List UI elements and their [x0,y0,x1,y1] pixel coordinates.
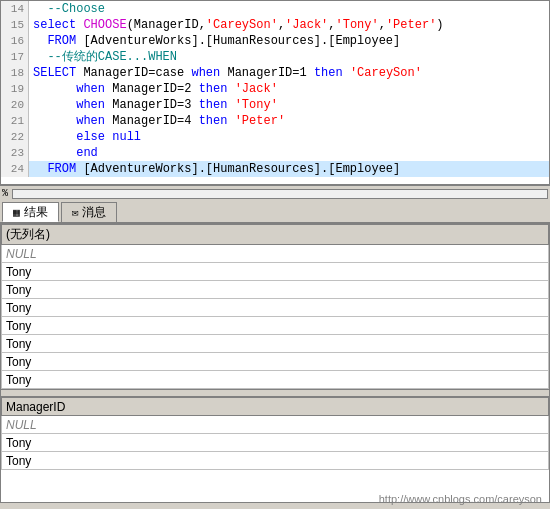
cell-value: Tony [2,353,549,371]
line-content: else null [29,129,141,145]
table-row: NULL [2,416,549,434]
line-number: 15 [1,17,29,33]
code-line: 15select CHOOSE(ManagerID,'CareySon','Ja… [1,17,549,33]
line-number: 16 [1,33,29,49]
message-icon: ✉ [72,206,79,219]
code-line: 14 --Choose [1,1,549,17]
line-content: SELECT ManagerID=case when ManagerID=1 t… [29,65,422,81]
line-content: when ManagerID=3 then 'Tony' [29,97,278,113]
line-number: 14 [1,1,29,17]
cell-value: Tony [2,371,549,389]
table-row: Tony [2,452,549,470]
watermark: http://www.cnblogs.com/careyson [379,493,542,505]
table-row: NULL [2,245,549,263]
line-number: 21 [1,113,29,129]
code-line: 17 --传统的CASE...WHEN [1,49,549,65]
line-number: 23 [1,145,29,161]
scroll-pct-label: % [2,188,8,199]
main-container: 14 --Choose15select CHOOSE(ManagerID,'Ca… [0,0,550,509]
line-content: when ManagerID=4 then 'Peter' [29,113,285,129]
line-content: FROM [AdventureWorks].[HumanResources].[… [29,33,400,49]
code-line: 22 else null [1,129,549,145]
table-row: Tony [2,299,549,317]
cell-value: Tony [2,434,549,452]
code-line: 23 end [1,145,549,161]
table-row: Tony [2,317,549,335]
tab-消息[interactable]: ✉消息 [61,202,118,222]
code-line: 20 when ManagerID=3 then 'Tony' [1,97,549,113]
results-wrapper: (无列名)NULLTonyTonyTonyTonyTonyTonyTonyMan… [0,223,550,503]
line-number: 18 [1,65,29,81]
table-row: Tony [2,281,549,299]
line-content: FROM [AdventureWorks].[HumanResources].[… [29,161,400,177]
tabs-bar: ▦结果✉消息 [0,201,550,223]
code-editor: 14 --Choose15select CHOOSE(ManagerID,'Ca… [0,0,550,185]
code-line: 19 when ManagerID=2 then 'Jack' [1,81,549,97]
line-content: select CHOOSE(ManagerID,'CareySon','Jack… [29,17,444,33]
code-line: 24 FROM [AdventureWorks].[HumanResources… [1,161,549,177]
line-number: 19 [1,81,29,97]
cell-value: Tony [2,281,549,299]
code-line: 16 FROM [AdventureWorks].[HumanResources… [1,33,549,49]
tab-label: 结果 [24,204,48,221]
editor-scrollbar[interactable]: % [0,185,550,201]
cell-value: NULL [2,416,549,434]
tab-结果[interactable]: ▦结果 [2,202,59,222]
cell-value: Tony [2,335,549,353]
results-container: (无列名)NULLTonyTonyTonyTonyTonyTonyTonyMan… [0,223,550,503]
tab-label: 消息 [82,204,106,221]
cell-value: Tony [2,317,549,335]
line-number: 24 [1,161,29,177]
table-row: Tony [2,371,549,389]
table-row: Tony [2,434,549,452]
col-header-managerid: ManagerID [2,398,549,416]
line-content: end [29,145,98,161]
horizontal-scrollbar[interactable] [12,189,548,199]
grid-icon: ▦ [13,206,20,219]
code-line: 18SELECT ManagerID=case when ManagerID=1… [1,65,549,81]
line-content: --传统的CASE...WHEN [29,49,177,65]
col-header-no-name: (无列名) [2,225,549,245]
cell-value: Tony [2,452,549,470]
line-number: 22 [1,129,29,145]
result-table-1: (无列名)NULLTonyTonyTonyTonyTonyTonyTony [1,224,549,389]
cell-value: Tony [2,299,549,317]
table-row: Tony [2,353,549,371]
line-content: --Choose [29,1,105,17]
cell-value: Tony [2,263,549,281]
line-content: when ManagerID=2 then 'Jack' [29,81,278,97]
line-number: 20 [1,97,29,113]
table-row: Tony [2,335,549,353]
code-line: 21 when ManagerID=4 then 'Peter' [1,113,549,129]
table-row: Tony [2,263,549,281]
line-number: 17 [1,49,29,65]
cell-value: NULL [2,245,549,263]
result-table-2: ManagerIDNULLTonyTony [1,397,549,470]
